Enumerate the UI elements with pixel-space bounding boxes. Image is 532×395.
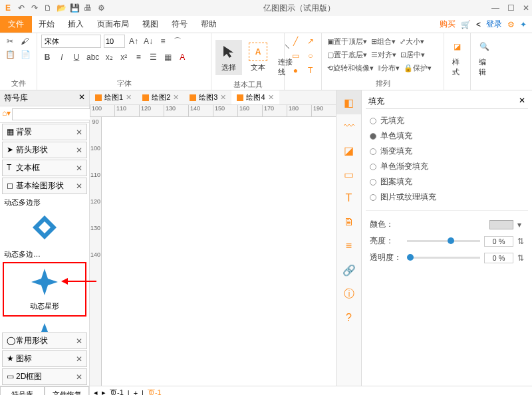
circle-fill-icon[interactable]: ● [289,64,303,77]
settings-icon[interactable]: ⚙ [507,20,515,29]
send-back-button[interactable]: ▢ 置于底层▾ [326,48,368,61]
insert-menu[interactable]: 插入 [61,16,90,33]
cart-icon[interactable]: 🛒 [461,20,471,29]
text-tab-icon[interactable]: T [336,186,361,210]
footer-tab-recover[interactable]: 文件恢复 [45,386,89,395]
cat-icons[interactable]: ★图标✕ [2,350,87,367]
minimize-button[interactable]: — [491,3,499,13]
layer-tab-icon[interactable]: ≡ [336,234,361,258]
bold-button[interactable]: B [41,51,53,64]
redo-icon[interactable]: ↷ [29,3,40,13]
start-menu[interactable]: 开始 [32,16,61,33]
group-button[interactable]: ⊞ 组合▾ [370,35,397,48]
format-painter-icon[interactable]: 🖌 [19,35,31,48]
decrease-font-icon[interactable]: A↓ [142,35,154,48]
rotate-button[interactable]: ⟲ 旋转和镜像▾ [326,61,375,74]
tab-close-icon[interactable]: ✕ [173,93,179,102]
underline-button[interactable]: U [70,51,82,64]
brightness-slider[interactable] [407,240,480,242]
text-shape-icon[interactable]: T [304,64,318,77]
text-tool[interactable]: A 文本 [245,40,271,75]
cat-common[interactable]: ◯常用形状✕ [2,332,87,349]
color-swatch[interactable] [489,220,513,229]
file-menu[interactable]: 文件 [0,16,32,33]
font-size-select[interactable] [104,35,125,48]
italic-button[interactable]: I [56,51,68,64]
page-prev-icon[interactable]: ◂ [94,388,98,395]
font-color-icon[interactable]: A [176,51,188,64]
undo-icon[interactable]: ↶ [16,3,27,13]
cat-arrows[interactable]: ➤箭头形状✕ [2,142,87,158]
center-button[interactable]: ⊡ 居中▾ [399,48,426,61]
info-tab-icon[interactable]: ⓘ [336,282,361,306]
tab-close-icon[interactable]: ✕ [220,93,226,102]
line-shape-icon[interactable]: ╱ [289,35,303,48]
line-tab-icon[interactable]: 〰 [336,114,361,138]
maximize-button[interactable]: ☐ [507,3,515,13]
style-button[interactable]: ◪ 样式 [448,35,466,80]
page-tab-icon[interactable]: 🗎 [336,210,361,234]
cut-icon[interactable]: ✂ [4,35,16,48]
buy-link[interactable]: 购买 [440,19,456,30]
cat-2dframe[interactable]: ▭2D框图✕ [2,368,87,385]
curve-icon[interactable]: ⌒ [172,35,184,48]
tab-close-icon[interactable]: ✕ [268,93,274,102]
protect-button[interactable]: 🔒 保护▾ [402,61,433,74]
cat-basic-shapes[interactable]: ◻基本绘图形状✕ [2,178,87,194]
fill-panel-close-icon[interactable]: ✕ [519,96,525,107]
color-dropdown-icon[interactable]: ▾ [517,220,524,229]
superscript-button[interactable]: x² [118,51,130,64]
options-icon[interactable]: ⚙ [96,3,106,13]
cat-textbox[interactable]: T文本框✕ [2,160,87,176]
size-button[interactable]: ⤢ 大小▾ [398,35,426,48]
distribute-button[interactable]: ⫴ 分布▾ [376,61,401,74]
fill-picture[interactable]: 图片或纹理填充 [366,190,528,205]
fill-pattern[interactable]: 图案填充 [366,174,528,190]
canvas[interactable]: 100110120130140150160170180190 901001101… [90,105,336,386]
print-icon[interactable]: 🖶 [82,3,93,13]
fill-gradient[interactable]: 渐变填充 [366,144,528,159]
new-icon[interactable]: 🗋 [43,3,53,13]
save-icon[interactable]: 💾 [69,3,80,13]
view-menu[interactable]: 视图 [136,16,165,33]
brightness-value[interactable]: 0 % [484,236,513,247]
tab-drawing3[interactable]: 绘图3✕ [184,90,231,104]
link-tab-icon[interactable]: 🔗 [336,258,361,282]
font-name-select[interactable] [41,35,101,48]
open-icon[interactable]: 📂 [56,3,66,13]
tab-close-icon[interactable]: ✕ [126,93,132,102]
sheet-label[interactable]: 页-1 [148,388,162,395]
rect-tab-icon[interactable]: ▭ [336,162,361,186]
dyn-polygon-shape[interactable] [3,210,86,247]
dyn-star-alt-shape[interactable] [3,318,86,332]
close-button[interactable]: ✕ [523,3,529,13]
shadow-tab-icon[interactable]: ◪ [336,138,361,162]
tab-drawing1[interactable]: 绘图1✕ [90,90,137,104]
subscript-button[interactable]: x₂ [103,51,115,64]
tab-drawing4[interactable]: 绘图4✕ [231,90,279,104]
align-icon[interactable]: ☰ [147,51,159,64]
cat-background[interactable]: ▦背景✕ [2,124,87,140]
symbol-menu[interactable]: 符号 [165,16,194,33]
oval-shape-icon[interactable]: ○ [304,49,318,63]
login-link[interactable]: 登录 [486,19,502,30]
panel-close-icon[interactable]: ✕ [78,92,85,104]
align-button[interactable]: ☰ 对齐▾ [370,48,398,61]
bullets-icon[interactable]: ≡ [157,35,169,48]
help-tab-icon[interactable]: ? [336,306,361,330]
spinner-icon[interactable]: ⇅ [517,237,524,246]
increase-font-icon[interactable]: A↑ [128,35,140,48]
dyn-star-shape[interactable]: 动态星形 [3,262,86,317]
fill-solid[interactable]: 单色填充 [366,128,528,144]
bring-front-button[interactable]: ▣ 置于顶层▾ [326,35,368,48]
strike-button[interactable]: abc [85,51,100,64]
paste-icon[interactable]: 📄 [19,48,32,61]
fill-onegrad[interactable]: 单色渐变填充 [366,159,528,174]
indent-icon[interactable]: ▦ [162,51,174,64]
page-next-icon[interactable]: ▸ [102,388,106,395]
share-icon[interactable]: < [476,20,481,29]
tab-drawing2[interactable]: 绘图2✕ [137,90,184,104]
select-tool[interactable]: 选择 [215,40,242,75]
footer-tab-library[interactable]: 符号库 [0,386,45,395]
home-icon[interactable]: ⌂▾ [2,108,11,120]
